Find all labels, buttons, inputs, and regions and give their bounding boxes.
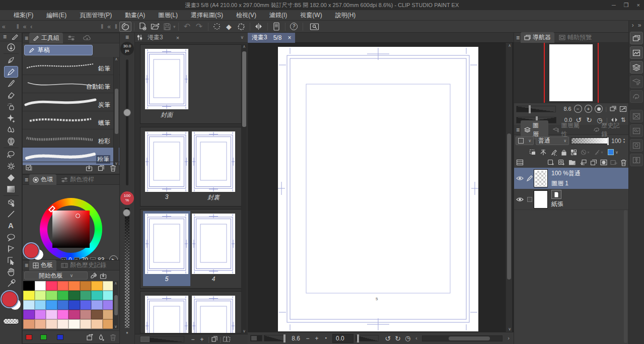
dock-sub-view-icon[interactable]: [630, 46, 643, 59]
status-mini-slider[interactable]: [250, 335, 262, 341]
dock-history-icon[interactable]: [630, 90, 643, 103]
canvas-vscroll-thumb[interactable]: [507, 133, 511, 280]
enable-mask-icon[interactable]: [581, 149, 591, 156]
color-swatch[interactable]: [103, 310, 114, 319]
dock-layers-icon[interactable]: [630, 61, 643, 74]
layer-thumbnail-size-select[interactable]: ∨: [516, 136, 534, 145]
color-swatch[interactable]: [80, 291, 92, 300]
color-swatch[interactable]: [57, 319, 69, 329]
page-thumbnail[interactable]: [143, 293, 190, 333]
nav-zoom-in-icon[interactable]: +: [585, 105, 593, 113]
new-raster-layer-icon[interactable]: [547, 159, 555, 166]
layers-menu-icon[interactable]: ≡: [516, 127, 520, 133]
navigator-zoom-slider[interactable]: [516, 106, 556, 112]
reference-layer-icon[interactable]: [540, 149, 547, 156]
fit-to-screen-icon[interactable]: [609, 106, 617, 112]
zoom-in-icon[interactable]: +: [197, 336, 206, 342]
navigator-preview[interactable]: [514, 43, 629, 103]
flip-view-icon[interactable]: [253, 22, 265, 32]
color-swatch[interactable]: [91, 291, 103, 300]
color-swatch[interactable]: [80, 300, 92, 310]
canvas-viewport[interactable]: 5 ∧ ∨: [248, 43, 514, 332]
tab-tool-group[interactable]: 工具組: [29, 33, 63, 43]
clip-studio-icon[interactable]: [119, 22, 131, 32]
color-swatch[interactable]: [103, 291, 114, 300]
color-set-select[interactable]: 開始色板 ∨: [24, 271, 88, 280]
spread-view-icon[interactable]: [223, 336, 231, 342]
color-swatch[interactable]: [23, 310, 35, 319]
color-swatch[interactable]: [80, 310, 92, 319]
foreground-color-swatch[interactable]: [24, 243, 39, 258]
new-document-button[interactable]: [137, 22, 149, 32]
lock-layer-icon[interactable]: [561, 149, 567, 156]
brush-item-mech-pencil[interactable]: 自動鉛筆: [23, 75, 119, 93]
page-thumbnail-5-selected[interactable]: 5: [143, 211, 190, 286]
color-swatch[interactable]: [103, 300, 114, 310]
page-panel-chevron-icon[interactable]: ∨: [240, 35, 244, 40]
pencil-tool[interactable]: [4, 66, 18, 78]
menu-file[interactable]: 檔案(F): [7, 11, 40, 20]
menu-page-manage[interactable]: 頁面管理(P): [73, 11, 118, 20]
brush-size-slider[interactable]: [126, 59, 128, 185]
brush-item-crayon[interactable]: 蠟筆: [23, 111, 119, 129]
dock-collapse-all-icon[interactable]: »: [638, 22, 641, 29]
dock-material-body-icon[interactable]: [630, 154, 643, 166]
layers-scrollbar[interactable]: [624, 210, 627, 343]
paper-layer-thumbnail[interactable]: [534, 191, 547, 208]
menu-layer[interactable]: 圖層(L): [152, 11, 184, 20]
menu-view[interactable]: 檢視(V): [230, 11, 263, 20]
eyedropper-tool[interactable]: [4, 278, 18, 289]
snap-ruler-icon[interactable]: [211, 22, 223, 32]
blend-tool[interactable]: [4, 124, 18, 135]
color-swatch[interactable]: [23, 300, 35, 310]
panel-grip-icon[interactable]: ‖: [99, 23, 105, 30]
subtool-scrollbar[interactable]: ∧ ∨: [113, 57, 119, 166]
rotate-cw-icon[interactable]: ↻: [393, 335, 403, 342]
zoom-out-icon[interactable]: −: [188, 336, 197, 342]
apply-mask-icon[interactable]: [610, 159, 617, 166]
status-rotation-slider[interactable]: [355, 335, 379, 341]
color-swatch[interactable]: [35, 291, 46, 300]
foreground-color-swatch[interactable]: [2, 291, 18, 307]
color-swatch[interactable]: [68, 310, 80, 319]
color-swatch[interactable]: [57, 291, 69, 300]
color-swatch[interactable]: [103, 319, 114, 329]
layer-opacity-slider[interactable]: [571, 137, 609, 144]
opacity-spinner[interactable]: ▴▾: [623, 138, 625, 144]
selection-tool[interactable]: [4, 172, 18, 183]
brush-item-pastel[interactable]: 粉彩: [23, 129, 119, 148]
close-button[interactable]: ×: [637, 2, 640, 8]
layer-color-select[interactable]: ∨: [608, 149, 618, 155]
color-swatch[interactable]: [68, 291, 80, 300]
delete-subtool-icon[interactable]: [110, 165, 116, 172]
color-swatch[interactable]: [91, 319, 103, 329]
recent-color-red[interactable]: [26, 334, 32, 340]
clip-to-layer-below-icon[interactable]: [529, 149, 536, 156]
dock-material-all-icon[interactable]: [630, 110, 643, 122]
status-zoom-slider[interactable]: [264, 335, 285, 341]
tab-color-slider[interactable]: 顏色滑桿: [57, 174, 98, 185]
transfer-to-lower-layer-icon[interactable]: [580, 159, 587, 166]
canvas-page[interactable]: 5: [278, 47, 478, 331]
layer-row-paper[interactable]: 紙張: [514, 189, 629, 210]
layer-name[interactable]: 圖層 1: [551, 179, 581, 188]
add-color-icon[interactable]: [98, 334, 105, 341]
multi-select-icon[interactable]: [26, 165, 33, 171]
delete-color-icon[interactable]: [110, 334, 116, 341]
dock-expand-icon[interactable]: ›: [632, 22, 634, 29]
color-swatch[interactable]: [80, 281, 92, 291]
color-swatch[interactable]: [68, 319, 80, 329]
line-tool[interactable]: [4, 208, 18, 220]
new-vector-layer-icon[interactable]: [558, 159, 565, 166]
nav-actual-size-icon[interactable]: [595, 105, 603, 113]
tab-cloud-sync[interactable]: [80, 34, 95, 42]
lock-transparent-pixels-icon[interactable]: [570, 149, 577, 156]
correct-line-tool[interactable]: [4, 254, 18, 266]
color-swatch[interactable]: [68, 281, 80, 291]
menu-selection[interactable]: 選擇範圍(S): [184, 11, 230, 20]
replace-color-icon[interactable]: [86, 334, 93, 340]
status-zoom-in-icon[interactable]: +: [312, 335, 321, 341]
page-tab-close-icon[interactable]: ×: [176, 35, 179, 41]
menu-filter[interactable]: 濾鏡(I): [263, 11, 294, 20]
dock-material-face-icon[interactable]: [630, 139, 643, 152]
